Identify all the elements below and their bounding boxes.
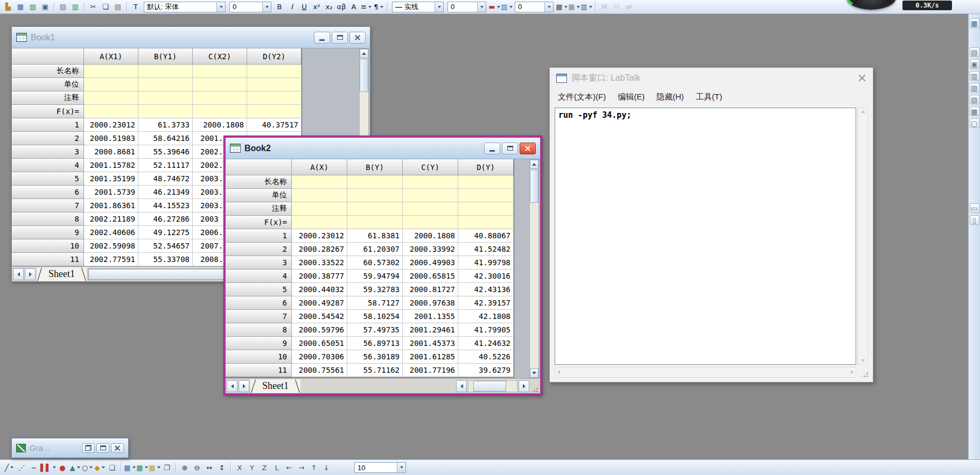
dropdown-arrow-icon[interactable] [77,466,80,469]
cell[interactable]: 60.57302 [347,256,403,270]
cell[interactable] [193,105,247,118]
cell[interactable]: 59.94794 [347,270,403,283]
set-as-x-icon[interactable]: X [234,462,246,473]
circle-tool-icon[interactable]: ○ [81,462,93,473]
scrollbar-thumb[interactable] [88,269,242,280]
smart-hint-icon[interactable]: ▩ [970,107,979,116]
bold-icon[interactable]: B [274,1,285,13]
horizontal-scrollbar[interactable] [555,367,856,378]
cell[interactable]: 2000.44032 [292,283,347,296]
row-header[interactable]: 6 [12,186,84,199]
scroll-down-button[interactable] [530,368,538,378]
dropdown-arrow-icon[interactable] [216,2,225,12]
cell[interactable] [458,216,514,229]
row-header[interactable]: 11 [12,253,84,266]
zoom-in-icon[interactable]: ⊕ [179,462,191,473]
column-header[interactable]: B(Y1) [138,48,193,65]
cell[interactable]: 2001.61285 [403,350,458,364]
row-header[interactable]: F(x)= [226,216,292,229]
cell[interactable]: 48.74672 [138,172,193,186]
cell[interactable]: 61.3733 [138,118,193,132]
line-color-icon[interactable]: ▬ [488,1,500,13]
column-header[interactable]: C(Y) [403,159,458,175]
close-button[interactable] [111,443,124,453]
minimize-button[interactable] [484,143,500,154]
close-button[interactable] [520,143,536,154]
cell[interactable] [458,202,514,216]
row-header[interactable]: 3 [226,256,292,270]
cell[interactable]: 39.6279 [458,364,514,377]
row-header[interactable]: 10 [12,239,84,253]
menu-edit[interactable]: 编辑(E) [613,90,649,104]
cell[interactable] [247,91,302,105]
import-excel-icon[interactable]: ▥ [69,1,81,13]
polyline-tool-icon[interactable]: ⋰ [16,462,27,473]
dropdown-arrow-icon[interactable] [577,6,580,8]
cell[interactable]: 42.30016 [458,270,514,283]
cell[interactable]: 59.32783 [347,283,403,296]
cell[interactable] [247,105,302,118]
cell[interactable] [138,91,193,105]
new-project-icon[interactable]: ▙ [2,1,14,13]
dropdown-arrow-icon[interactable] [10,466,13,469]
rescale-axes-icon[interactable]: ↔ [204,462,215,473]
prev-sheet-button[interactable] [227,380,237,392]
scroll-up-button[interactable] [858,110,867,113]
import-wizard-icon[interactable]: ▤ [57,1,69,13]
cell[interactable] [84,91,138,105]
row-header[interactable]: 5 [226,283,292,296]
set-as-label-icon[interactable]: L [271,462,283,473]
dropdown-arrow-icon[interactable] [380,6,383,8]
cell[interactable] [247,78,302,91]
graph-window-minimized[interactable]: Gra... [11,438,129,458]
command-window-icon[interactable]: ▧ [970,83,979,93]
cell[interactable] [292,189,347,202]
cell[interactable]: 41.52482 [458,243,514,256]
line-style-combo[interactable]: —实线 [392,2,444,12]
dropdown-arrow-icon[interactable] [53,466,56,469]
row-header[interactable]: 3 [12,145,84,159]
maximize-button[interactable] [96,443,109,453]
dropdown-arrow-icon[interactable] [89,466,93,469]
row-header[interactable]: 长名称 [12,65,84,78]
row-header[interactable]: 10 [226,350,292,364]
cell[interactable] [458,175,514,189]
row-header[interactable]: 4 [12,159,84,172]
row-header[interactable]: 5 [12,172,84,186]
cell[interactable]: 58.10254 [347,310,403,323]
menu-hide[interactable]: 隐藏(H) [652,90,689,104]
dropdown-arrow-icon[interactable] [509,6,513,8]
point-tool-icon[interactable]: ● [57,462,68,473]
scroll-down-button[interactable] [858,359,867,362]
cell[interactable] [347,216,403,229]
cell[interactable]: 2001.5739 [84,186,138,199]
menu-file[interactable]: 文件(文本)(F) [553,90,611,104]
cell[interactable]: 2000.70306 [292,350,347,364]
select-all-corner[interactable] [226,159,292,175]
row-header[interactable]: 1 [226,229,292,243]
minimize-button[interactable] [314,32,330,44]
layer-tool-icon[interactable]: ❏ [106,462,118,473]
cell[interactable]: 40.5226 [458,350,514,364]
scroll-right-button[interactable] [519,380,529,392]
cell[interactable] [84,105,138,118]
row-header[interactable]: 7 [226,310,292,323]
cell[interactable] [138,65,193,78]
template-library-icon[interactable]: ▦ [136,462,148,473]
column-header[interactable]: C(X2) [193,48,247,65]
close-button[interactable] [858,74,866,82]
cell[interactable]: 58.7127 [347,296,403,310]
cell[interactable] [84,78,138,91]
next-sheet-button[interactable] [239,380,249,392]
cell[interactable]: 2002.77591 [84,253,138,266]
area-tool-icon[interactable]: ▲ [69,462,81,473]
dropdown-arrow-icon[interactable] [477,2,486,12]
cell[interactable] [292,175,347,189]
cell[interactable] [292,216,347,229]
cell[interactable]: 2000.8681 [84,145,138,159]
cell[interactable] [347,202,403,216]
cell[interactable]: 2000.1808 [403,229,458,243]
cell[interactable]: 2002.40606 [84,226,138,239]
cell[interactable]: 41.99798 [458,256,514,270]
copy-icon[interactable]: ❏ [100,1,111,13]
